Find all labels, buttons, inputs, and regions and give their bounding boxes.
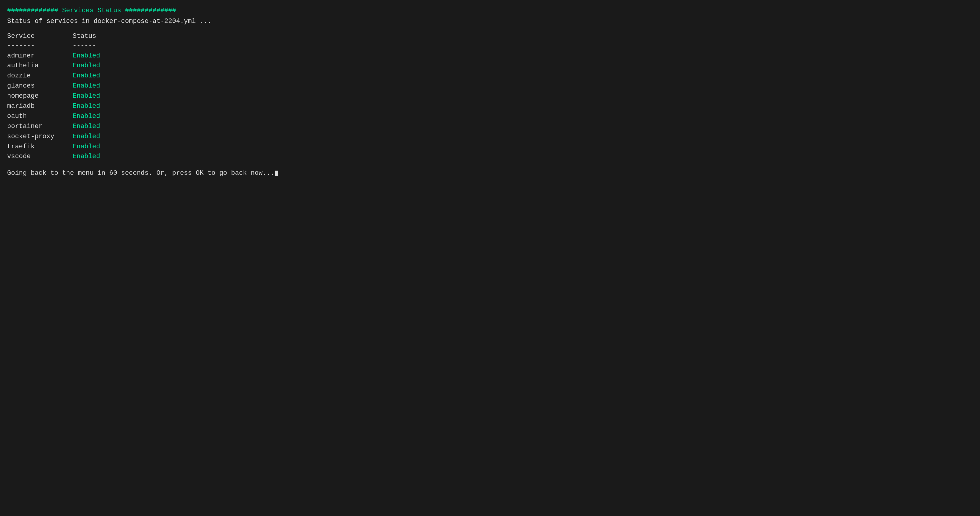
service-name-cell: mariadb [7,102,73,111]
service-status-cell: Enabled [73,122,100,131]
service-status-cell: Enabled [73,152,100,161]
footer-text: Going back to the menu in 60 seconds. Or… [7,169,274,177]
service-status-cell: Enabled [73,71,100,81]
service-status-cell: Enabled [73,91,100,101]
table-row: oauthEnabled [7,111,973,121]
separator-service: ------- [7,41,73,51]
service-status-cell: Enabled [73,51,100,61]
terminal-window: ############# Services Status ##########… [7,6,973,178]
table-row: adminerEnabled [7,51,973,61]
service-status-cell: Enabled [73,81,100,91]
service-name-cell: vscode [7,152,73,161]
services-table: Service Status ------- ------ adminerEna… [7,32,973,162]
table-row: traefikEnabled [7,142,973,151]
service-name-cell: dozzle [7,71,73,81]
table-separator: ------- ------ [7,41,973,51]
service-name-cell: glances [7,81,73,91]
table-row: vscodeEnabled [7,152,973,161]
table-rows: adminerEnabledautheliaEnableddozzleEnabl… [7,51,973,162]
service-status-cell: Enabled [73,142,100,151]
table-header-row: Service Status [7,32,973,41]
header-service-col: Service [7,32,73,41]
terminal-subtitle: Status of services in docker-compose-at-… [7,17,973,26]
service-name-cell: oauth [7,111,73,121]
service-status-cell: Enabled [73,102,100,111]
table-row: homepageEnabled [7,91,973,101]
terminal-title: ############# Services Status ##########… [7,6,973,16]
service-name-cell: authelia [7,61,73,70]
table-row: autheliaEnabled [7,61,973,70]
service-name-cell: portainer [7,122,73,131]
separator-status: ------ [73,41,96,51]
service-status-cell: Enabled [73,61,100,70]
header-status-col: Status [73,32,96,41]
service-name-cell: socket-proxy [7,132,73,142]
service-status-cell: Enabled [73,111,100,121]
table-row: socket-proxyEnabled [7,132,973,142]
service-name-cell: homepage [7,91,73,101]
table-row: mariadbEnabled [7,102,973,111]
service-name-cell: adminer [7,51,73,61]
table-row: glancesEnabled [7,81,973,91]
cursor-blink [275,170,278,176]
service-status-cell: Enabled [73,132,100,142]
footer-message: Going back to the menu in 60 seconds. Or… [7,169,973,178]
service-name-cell: traefik [7,142,73,151]
table-row: dozzleEnabled [7,71,973,81]
table-row: portainerEnabled [7,122,973,131]
